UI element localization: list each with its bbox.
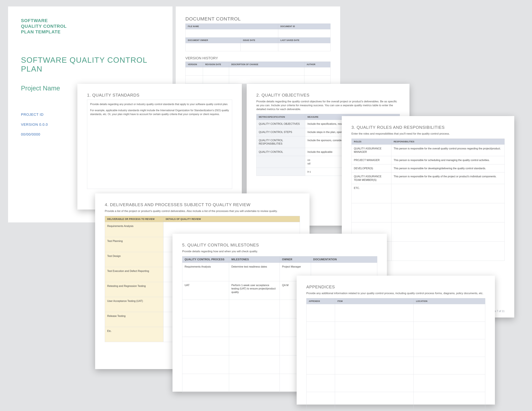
process-cell [182, 318, 229, 337]
metric-cell: QUALITY CONTROL STEPS [256, 128, 305, 136]
document-preview-stage: SOFTWARE QUALITY CONTROL PLAN TEMPLATE S… [0, 0, 532, 411]
table-cell [306, 322, 335, 339]
table-cell [414, 339, 485, 357]
col-item: ITEM [335, 298, 414, 304]
section-heading: 1. QUALITY STANDARDS [87, 93, 232, 98]
process-cell: Requirements Analysis [182, 262, 229, 281]
resp-cell: This person is responsible for schedulin… [391, 156, 504, 164]
resp-cell [391, 242, 504, 261]
table-cell [186, 67, 203, 75]
col-details: DETAILS OF QUALITY REVIEW [163, 216, 300, 222]
milestone-cell [229, 355, 280, 374]
col-doc-id: DOCUMENT ID [278, 24, 331, 29]
table-cell [414, 392, 485, 409]
cover-title: SOFTWARE QUALITY CONTROL PLAN [21, 56, 160, 73]
metric-cell: QUALITY CONTROL OBJECTIVES [256, 120, 305, 128]
doc-control-heading: DOCUMENT CONTROL [185, 16, 331, 22]
milestone-cell [229, 318, 280, 337]
milestone-cell [229, 374, 280, 392]
col-appendix: APPENDIX [306, 298, 335, 304]
cover-eyebrow-line: QUALITY CONTROL [21, 23, 160, 29]
table-cell [414, 357, 485, 374]
table-cell [304, 67, 331, 75]
metric-cell: QUALITY CONTROL RESPONSIBILITIES [256, 136, 305, 148]
table-cell [335, 322, 414, 339]
doc-control-table: FILE NAME DOCUMENT ID DOCUMENT OWNER ISS… [185, 24, 331, 51]
page-appendices: APPENDICES Provide any additional inform… [297, 276, 495, 405]
metric-cell: QUALITY CONTROL [256, 148, 305, 156]
col-version: VERSION [186, 62, 203, 67]
standards-text: For example, applicable industry standar… [90, 108, 229, 116]
col-documentation: DOCUMENTATION [311, 256, 377, 262]
table-cell [241, 43, 278, 51]
deliverable-cell: User Acceptance Testing (UAT) [105, 297, 163, 312]
col-metric: METRIC/SPECIFICATION [256, 114, 305, 120]
col-location: LOCATION [414, 298, 485, 304]
standards-text: Provide details regarding any product or… [90, 102, 229, 106]
deliverable-cell: Release Testing [105, 312, 163, 327]
col-file-name: FILE NAME [186, 24, 278, 29]
page-doc-control: DOCUMENT CONTROL FILE NAME DOCUMENT ID D… [176, 6, 340, 84]
col-revision-date: REVISION DATE [203, 62, 229, 67]
cover-eyebrow-line: PLAN TEMPLATE [21, 29, 160, 35]
deliverable-cell: Retesting and Regression Testing [105, 282, 163, 297]
process-cell [182, 355, 229, 374]
section-desc: Provide details regarding the quality co… [256, 100, 400, 111]
cover-eyebrow-line: SOFTWARE [21, 18, 160, 23]
resp-cell: This person is responsible for developin… [391, 164, 504, 172]
section-heading: 2. QUALITY OBJECTIVES [256, 93, 400, 98]
table-cell [414, 304, 485, 322]
table-cell [335, 304, 414, 322]
section-heading: 3. QUALITY ROLES AND RESPONSIBILITIES [352, 125, 504, 130]
section-desc: Provide a list of the project or product… [105, 209, 300, 213]
process-cell [182, 337, 229, 355]
process-cell [182, 374, 229, 392]
section-desc: Provide details regarding how and when y… [182, 250, 377, 253]
col-responsibilities: RESPONSIBILITIES [391, 139, 504, 144]
resp-cell [391, 223, 504, 242]
table-cell [306, 392, 335, 409]
milestone-cell: Perform 1-week user acceptance testing (… [229, 281, 280, 300]
table-cell [304, 75, 331, 84]
role-cell: ETC. [352, 184, 391, 203]
section-heading: APPENDICES [306, 284, 485, 290]
resp-cell [391, 184, 504, 203]
process-cell [182, 300, 229, 318]
section-desc: Enter the roles and responsibilities tha… [352, 132, 504, 136]
col-issue-date: ISSUE DATE [241, 37, 278, 43]
col-deliverable: DELIVERABLE OR PROCESS TO REVIEW [105, 216, 163, 222]
role-cell: DEVELOPER(S) [352, 164, 391, 172]
table-cell [186, 29, 278, 37]
process-cell: UAT [182, 281, 229, 300]
role-cell: QUALITY ASSURANCE TEAM MEMBER(S) [352, 172, 391, 184]
metric-cell [256, 168, 305, 176]
table-cell [414, 322, 485, 339]
cover-eyebrow: SOFTWARE QUALITY CONTROL PLAN TEMPLATE [21, 18, 160, 35]
milestone-cell: Determine test readiness dates [229, 262, 280, 281]
table-cell [306, 304, 335, 322]
appendices-table: APPENDIX ITEM LOCATION [306, 298, 485, 410]
milestone-cell [229, 337, 280, 355]
table-cell [335, 339, 414, 357]
col-owner: OWNER [280, 256, 311, 262]
metric-cell [256, 156, 305, 168]
section-desc: Provide any additional information relat… [306, 291, 485, 295]
col-saved-date: LAST SAVED DATE [278, 37, 331, 43]
table-cell [186, 43, 241, 51]
table-cell [335, 374, 414, 392]
table-cell [278, 29, 331, 37]
table-cell [203, 75, 229, 84]
section-heading: 4. DELIVERABLES AND PROCESSES SUBJECT TO… [105, 202, 300, 207]
table-cell [306, 374, 335, 392]
table-cell [306, 339, 335, 357]
resp-cell: This person is responsible for the quali… [391, 172, 504, 184]
table-cell [203, 67, 229, 75]
col-author: AUTHOR [304, 62, 331, 67]
table-cell [306, 357, 335, 374]
table-cell [229, 75, 304, 84]
col-milestones: MILESTONES [229, 256, 280, 262]
deliverable-cell: Etc. [105, 327, 163, 342]
table-cell [335, 357, 414, 374]
col-change-desc: DESCRIPTION OF CHANGE [229, 62, 304, 67]
table-cell [229, 67, 304, 75]
